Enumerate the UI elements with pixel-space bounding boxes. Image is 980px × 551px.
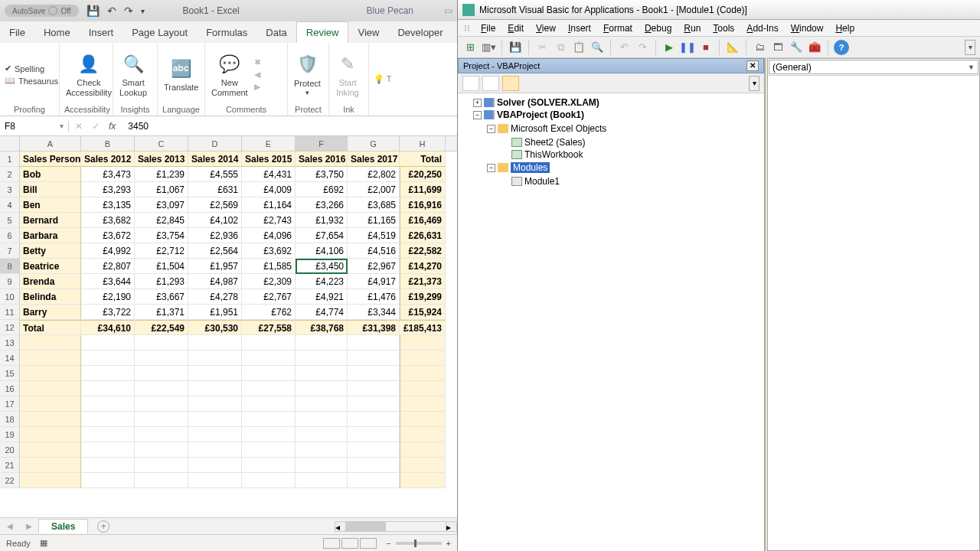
find-button[interactable]: 🔍 [590, 40, 605, 55]
ribbon-tab-developer[interactable]: Developer [388, 22, 452, 43]
data-cell[interactable]: £2,190 [81, 289, 135, 305]
data-cell[interactable] [348, 473, 400, 488]
data-cell[interactable]: £4,992 [81, 243, 135, 259]
view-buttons[interactable] [323, 538, 377, 549]
column-header[interactable]: A [20, 136, 81, 151]
tab-scroll-left-icon[interactable]: ◀ [7, 522, 13, 530]
data-cell[interactable]: £3,722 [81, 305, 135, 320]
data-cell[interactable] [188, 458, 242, 473]
tree-vbaproject[interactable]: −VBAProject (Book1) −Microsoft Excel Obj… [473, 109, 763, 189]
data-cell[interactable]: £34,610 [81, 320, 135, 335]
autosave-toggle[interactable]: AutoSave Off [5, 5, 79, 17]
data-cell[interactable]: £4,096 [242, 228, 296, 243]
worksheet-grid[interactable]: ABCDEFGH 1Sales PersonSales 2012Sales 20… [0, 136, 457, 517]
data-cell[interactable] [296, 350, 348, 366]
data-cell[interactable] [81, 396, 135, 412]
data-cell[interactable]: £762 [242, 305, 296, 320]
data-cell[interactable]: £2,743 [242, 213, 296, 228]
data-cell[interactable] [296, 442, 348, 458]
data-cell[interactable] [135, 473, 188, 488]
data-cell[interactable]: £1,067 [135, 182, 188, 197]
data-cell[interactable]: £3,266 [296, 197, 348, 213]
row-header[interactable]: 18 [0, 412, 20, 427]
project-tree[interactable]: +Solver (SOLVER.XLAM) −VBAProject (Book1… [458, 93, 764, 551]
data-cell[interactable]: £1,476 [348, 289, 400, 305]
code-editor[interactable] [768, 76, 979, 550]
ribbon-tab-file[interactable]: File [0, 22, 34, 43]
person-cell[interactable]: Barry [20, 305, 81, 320]
data-cell[interactable] [135, 335, 188, 350]
vbe-menu-help[interactable]: Help [829, 21, 861, 35]
vbe-menu-insert[interactable]: Insert [562, 21, 597, 35]
data-cell[interactable] [242, 412, 296, 427]
person-cell[interactable]: Ben [20, 197, 81, 213]
data-cell[interactable] [242, 458, 296, 473]
data-cell[interactable]: £4,431 [242, 167, 296, 182]
column-header[interactable]: B [81, 136, 135, 151]
row-header[interactable]: 15 [0, 366, 20, 381]
undo-icon[interactable]: ↶ [107, 5, 116, 17]
ribbon-options-icon[interactable]: ▭ [444, 5, 452, 16]
data-cell[interactable] [348, 412, 400, 427]
data-cell[interactable]: £1,164 [242, 197, 296, 213]
data-cell[interactable] [348, 427, 400, 442]
data-cell[interactable] [135, 350, 188, 366]
person-cell[interactable]: Brenda [20, 274, 81, 289]
data-cell[interactable] [296, 458, 348, 473]
macro-record-icon[interactable]: ▦ [40, 538, 47, 548]
data-cell[interactable]: £11,699 [400, 182, 446, 197]
person-cell[interactable]: Total [20, 320, 81, 335]
data-cell[interactable]: £3,692 [242, 243, 296, 259]
data-cell[interactable] [188, 350, 242, 366]
data-cell[interactable] [296, 366, 348, 381]
column-header[interactable]: D [188, 136, 242, 151]
data-cell[interactable]: £16,916 [400, 197, 446, 213]
column-header[interactable]: H [400, 136, 446, 151]
data-cell[interactable]: £2,967 [348, 259, 400, 274]
data-cell[interactable]: £3,473 [81, 167, 135, 182]
new-sheet-button[interactable]: + [97, 520, 109, 533]
tree-module1[interactable]: Module1 [501, 175, 763, 187]
data-cell[interactable]: £4,921 [296, 289, 348, 305]
data-cell[interactable]: £2,569 [188, 197, 242, 213]
data-cell[interactable]: £1,585 [242, 259, 296, 274]
break-button[interactable]: ❚❚ [680, 40, 695, 55]
row-header[interactable]: 10 [0, 289, 20, 305]
column-header[interactable]: G [348, 136, 400, 151]
data-cell[interactable] [348, 381, 400, 396]
data-cell[interactable] [188, 366, 242, 381]
person-cell[interactable]: Bill [20, 182, 81, 197]
row-header[interactable]: 2 [0, 167, 20, 182]
data-cell[interactable] [400, 396, 446, 412]
data-cell[interactable]: £1,504 [135, 259, 188, 274]
data-cell[interactable]: £2,712 [135, 243, 188, 259]
data-cell[interactable] [348, 458, 400, 473]
data-cell[interactable] [400, 350, 446, 366]
data-cell[interactable] [400, 412, 446, 427]
tree-solver-project[interactable]: +Solver (SOLVER.XLAM) [473, 96, 763, 109]
vbe-menu-edit[interactable]: Edit [501, 21, 530, 35]
project-explorer-button[interactable]: 🗂 [752, 40, 767, 55]
data-cell[interactable]: £2,807 [81, 259, 135, 274]
data-cell[interactable]: £22,549 [135, 320, 188, 335]
data-cell[interactable]: £2,845 [135, 213, 188, 228]
data-cell[interactable] [188, 335, 242, 350]
data-cell[interactable] [242, 396, 296, 412]
vbe-menu-tools[interactable]: Tools [707, 21, 740, 35]
data-cell[interactable] [242, 350, 296, 366]
data-cell[interactable]: £1,165 [348, 213, 400, 228]
data-cell[interactable]: £27,558 [242, 320, 296, 335]
data-cell[interactable]: £4,519 [348, 228, 400, 243]
data-cell[interactable] [135, 366, 188, 381]
data-cell[interactable]: £4,223 [296, 274, 348, 289]
ribbon-tab-page-layout[interactable]: Page Layout [122, 22, 197, 43]
row-header[interactable]: 20 [0, 442, 20, 458]
data-cell[interactable] [296, 412, 348, 427]
data-cell[interactable] [400, 427, 446, 442]
data-cell[interactable] [242, 427, 296, 442]
fx-icon[interactable]: fx [109, 121, 116, 132]
thesaurus-button[interactable]: 📖 Thesaurus [5, 76, 58, 86]
data-cell[interactable]: £16,469 [400, 213, 446, 228]
select-all-corner[interactable] [0, 136, 20, 151]
header-cell[interactable]: Sales Person [20, 152, 81, 167]
